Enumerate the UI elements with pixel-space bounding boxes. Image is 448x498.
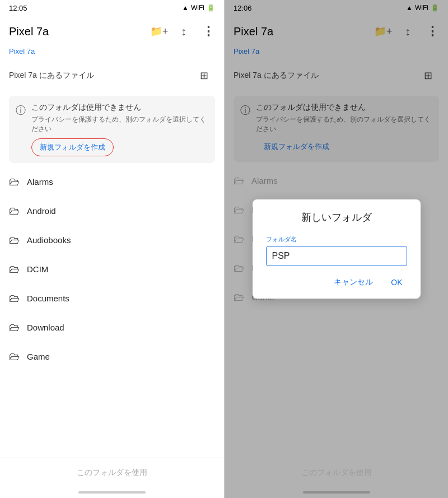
left-warning-desc: プライバシーを保護するため、別のフォルダを選択してください [31,115,208,134]
folder-name-download: Download [27,323,64,332]
left-folder-audiobooks[interactable]: 🗁 Audiobooks [0,226,224,255]
signal-icon: ▲ [182,4,189,12]
right-phone-panel: 12:06 ▲ WiFi 🔋 Pixel 7a 📁+ ↕ ⋮ Pixel 7a … [224,0,448,498]
folder-icon-download: 🗁 [9,321,20,334]
left-phone-panel: 12:05 ▲ WiFi 🔋 Pixel 7a 📁+ ↕ ⋮ Pixel 7a … [0,0,224,498]
folder-name-documents: Documents [27,294,69,303]
left-folder-documents[interactable]: 🗁 Documents [0,284,224,313]
left-create-folder-button[interactable]: 新規フォルダを作成 [31,138,114,156]
folder-name-audiobooks: Audiobooks [27,235,71,245]
left-warning-card: ⓘ このフォルダは使用できません プライバシーを保護するため、別のフォルダを選択… [9,96,215,163]
left-toolbar: Pixel 7a 📁+ ↕ ⋮ [0,16,224,47]
left-toolbar-icons: 📁+ ↕ ⋮ [148,20,220,43]
left-breadcrumb-text: Pixel 7a [9,47,35,55]
dialog-input-label: フォルダ名 [266,235,407,244]
dialog-overlay: 新しいフォルダ フォルダ名 キャンセル OK [225,0,448,498]
folder-icon-dcim: 🗁 [9,263,20,276]
left-breadcrumb[interactable]: Pixel 7a [0,47,224,60]
folder-name-android: Android [27,206,56,216]
left-warning-title: このフォルダは使用できません [31,103,208,113]
more-icon: ⋮ [202,24,214,39]
left-bottom-bar: このフォルダを使用 [0,458,224,487]
sort-icon: ↕ [181,25,186,38]
new-folder-dialog: 新しいフォルダ フォルダ名 キャンセル OK [253,199,421,299]
left-folder-download[interactable]: 🗁 Download [0,313,224,342]
left-use-folder-button[interactable]: このフォルダを使用 [77,468,147,478]
dialog-actions: キャンセル OK [266,275,407,290]
left-status-icons: ▲ WiFi 🔋 [182,4,215,12]
folder-icon-audiobooks: 🗁 [9,234,20,246]
left-folder-android[interactable]: 🗁 Android [0,197,224,226]
battery-icon: 🔋 [207,4,215,12]
sort-button[interactable]: ↕ [172,20,195,43]
add-folder-button[interactable]: 📁+ [148,20,170,43]
left-folder-alarms[interactable]: 🗁 Alarms [0,167,224,197]
left-status-bar: 12:05 ▲ WiFi 🔋 [0,0,224,16]
grid-view-button[interactable]: ⊞ [193,64,215,87]
left-folder-list: 🗁 Alarms 🗁 Android 🗁 Audiobooks 🗁 DCIM 🗁… [0,167,224,458]
folder-name-dcim: DCIM [27,264,48,274]
dialog-title: 新しいフォルダ [266,211,407,224]
more-button[interactable]: ⋮ [197,20,220,43]
warning-icon: ⓘ [16,104,26,117]
left-home-bar [78,491,146,494]
left-warning-text: このフォルダは使用できません プライバシーを保護するため、別のフォルダを選択して… [31,103,208,156]
left-files-label: Pixel 7a にあるファイル [9,71,94,81]
add-folder-icon: 📁+ [150,25,169,38]
dialog-ok-button[interactable]: OK [386,275,407,290]
folder-icon-game: 🗁 [9,350,20,363]
grid-icon: ⊞ [200,69,208,82]
folder-icon-documents: 🗁 [9,292,20,305]
left-folder-game[interactable]: 🗁 Game [0,342,224,371]
left-section-header: Pixel 7a にあるファイル ⊞ [0,60,224,91]
left-home-indicator [0,487,224,498]
folder-name-game: Game [27,352,50,361]
dialog-cancel-button[interactable]: キャンセル [329,275,377,290]
folder-icon-alarms: 🗁 [9,175,20,188]
wifi-icon: WiFi [191,4,204,12]
folder-icon-android: 🗁 [9,204,20,217]
dialog-input-wrapper [266,246,407,266]
folder-name-alarms: Alarms [27,177,53,187]
left-toolbar-title: Pixel 7a [9,25,148,38]
left-folder-dcim[interactable]: 🗁 DCIM [0,255,224,284]
left-status-time: 12:05 [9,4,27,12]
folder-name-input[interactable] [272,251,401,261]
